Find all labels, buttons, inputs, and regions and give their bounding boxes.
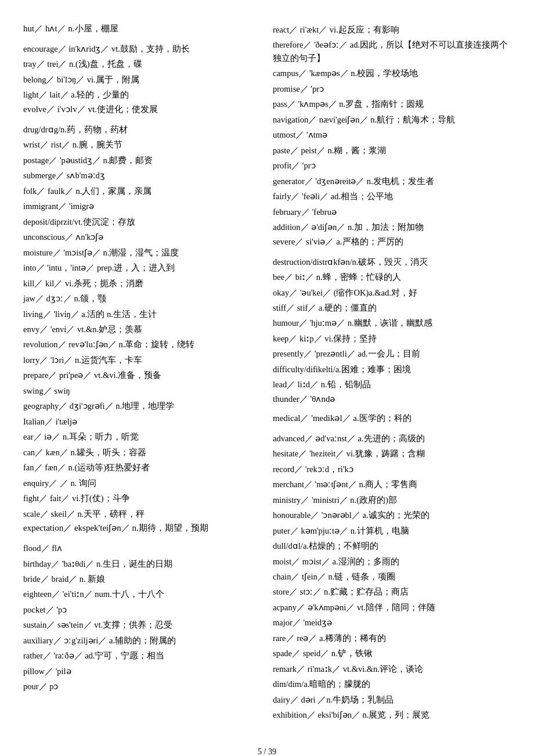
entry: puter／ kəm'pjuːtə／ n.计算机，电脑 [273, 524, 511, 537]
entry: can／ kæn／ n.罐头，听头；容器 [23, 446, 255, 459]
entry: humour／ 'hjuːmə／ n.幽默，诙谐，幽默感 [273, 316, 511, 329]
entry: okay／ 'əu'kei／ (缩作OK)a.&ad.对，好 [273, 286, 511, 299]
entry: pocket／ 'pɔ [23, 603, 255, 616]
entry: addition／ ə'diʃən／ n.加，加法；附加物 [273, 221, 511, 233]
entry: store／ stɔː／ n.贮藏；贮存品；商店 [273, 585, 511, 598]
entry: remark／ ri'maːk／ vt.&vi.&n.评论，谈论 [273, 663, 511, 675]
entry: presently／ 'prezəntli／ ad.一会儿；目前 [273, 347, 511, 360]
entry: pillow／ 'pilə [23, 665, 255, 678]
entry: bee／ biː／ n.蜂，密蜂；忙碌的人 [273, 271, 511, 283]
entry: unconscious／ ʌn'kɔʃə [23, 231, 255, 243]
page-container: hut／ hʌt／ n.小屋，棚屋encourage／ in'kʌridʒ／ v… [23, 23, 511, 724]
entry: birthday／ 'baːθdi／ n.生日，诞生的日期 [23, 557, 255, 570]
entry: auxiliary／ ɔːg'ziljəri／ a.辅助的；附属的 [23, 634, 255, 647]
entry: lead／ liːd／ n.铅，铅制品 [273, 378, 511, 391]
entry: dim/dim/a.暗暗的；朦胧的 [273, 678, 511, 690]
entry: folk／ faulk／ n.人们，家属，亲属 [23, 185, 255, 197]
entry: encourage／ in'kʌridʒ／ vt.鼓励，支持，助长 [23, 42, 255, 55]
entry: dairy／ dəri ／n.牛奶场；乳制品 [273, 693, 511, 706]
right-column: react／ ri'ækt／ vi.起反应；有影响therefore／ 'ðeə… [267, 23, 511, 724]
entry: jaw／ dʒɔː／ n.颌，颚 [23, 292, 255, 305]
entry: spade／ speid／ n.铲，铁锹 [273, 647, 511, 660]
entry: evolve／ i'vɔlv／ vt.使进化；使发展 [23, 104, 255, 115]
entry: sustain／ səs'tein／ vt.支撑；供养；忍受 [23, 618, 255, 631]
entry: promise／ 'prɔ [273, 82, 511, 95]
entry: navigation／ nævi'geiʃən／ n.航行；航海术；导航 [273, 113, 511, 126]
entry: moisture／ 'mɔistʃə／ n.潮湿，湿气；温度 [23, 246, 255, 259]
entry: ministry／ 'ministri／ n.(政府的)部 [273, 494, 511, 506]
entry: tray／ trei／ n.(浅)盘，托盘，碟 [23, 57, 255, 70]
entry: acpany／ ə'kʌmpəni／ vt.陪伴，陪同；伴随 [273, 601, 511, 614]
entry: submerge／ sʌb'məːdʒ [23, 169, 255, 182]
entry: geography／ dʒi'ɔgrəfi／ n.地理，地理学 [23, 399, 255, 412]
entry: postage／ 'pəustidʒ／ n.邮费，邮资 [23, 154, 255, 167]
entry: drug/drɑg/n.药，药物，药材 [23, 123, 255, 136]
entry: moist／ mɔist／ a.湿润的；多雨的 [273, 555, 511, 568]
entry: chain／ tʃein／ n.链，链条，项圈 [273, 570, 511, 583]
entry: into／ 'intu，'intə／ prep.进，入；进入到 [23, 261, 255, 274]
entry: living／ 'liviŋ／ a.活的 n.生活，生计 [23, 308, 255, 321]
entry: advanced／ əd'vaːnst／ a.先进的；高级的 [273, 432, 511, 445]
entry: Italian／ i'tæljə [23, 415, 255, 428]
page-footer: 5 / 39 [23, 747, 511, 756]
entry: hut／ hʌt／ n.小屋，棚屋 [23, 23, 255, 34]
entry: fight／ fait／ vi.打(仗)；斗争 [23, 492, 255, 505]
entry: generator／ 'dʒenəreitə／ n.发电机；发生者 [273, 175, 511, 188]
entry: fan／ fæn／ n.(运动等)狂热爱好者 [23, 461, 255, 474]
entry: lorry／ 'lɔri／ n.运货汽车，卡车 [23, 354, 255, 366]
entry: rather／ 'raːðə／ ad.宁可，宁愿；相当 [23, 649, 255, 662]
entry: pass／ 'kʌmpəs／ n.罗盘，指南针；圆规 [273, 98, 511, 110]
entry: utmost／ 'ʌtmə [273, 128, 511, 141]
entry: record／ 'rekɔːd，ri'kɔ [273, 463, 511, 476]
entry: ear／ iə／ n.耳朵；听力，听觉 [23, 430, 255, 443]
entry: exhibition／ eksi'biʃən／ n.展览，列；展览 [273, 708, 511, 721]
entry: prepare／ pri'peə／ vt.&vi.准备，预备 [23, 369, 255, 381]
entry: difficulty/difikelti/a.困难；难事；困境 [273, 363, 511, 376]
entry: hesitate／ 'heziteit／ vi.犹豫，踌躇；含糊 [273, 447, 511, 460]
entry: belong／ bi'lɔŋ／ vi.属于，附属 [23, 73, 255, 86]
entry: rare／ reə／ a.稀薄的；稀有的 [273, 632, 511, 645]
entry: thunder／ 'θʌndə [273, 394, 511, 405]
left-column: hut／ hʌt／ n.小屋，棚屋encourage／ in'kʌridʒ／ v… [23, 23, 267, 724]
entry: paste／ peist／ n.糊，酱；浆湖 [273, 144, 511, 157]
entry: light／ lait／ a.轻的，少量的 [23, 88, 255, 101]
entry: pour／ pɔ [23, 680, 255, 693]
entry: february／ 'februə [273, 206, 511, 218]
entry: wrist／ rist／ n.腕，腕关节 [23, 138, 255, 151]
entry: envy／ 'envi／ vt.&n.妒忌；羡慕 [23, 323, 255, 336]
entry: bride／ braid／ n. 新娘 [23, 573, 255, 585]
entry: eighteen／ 'ei'tiːn／ num.十八，十八个 [23, 588, 255, 600]
entry: react／ ri'ækt／ vi.起反应；有影响 [273, 23, 511, 36]
entry: flood／ flʌ [23, 542, 255, 555]
entry: deposit/diprzit/vt.使沉淀；存放 [23, 215, 255, 228]
entry: immigrant／ 'imigrə [23, 200, 255, 213]
entry: therefore／ 'ðeəfɔː／ ad.因此，所以【绝对不可以直接连接两个… [273, 38, 511, 64]
entry: fairly／ 'feəli／ ad.相当；公平地 [273, 190, 511, 203]
entry: destruction/distrɑkfən/n.破坏，毁灭，消灭 [273, 255, 511, 268]
entry: stiff／ stif／ a.硬的；僵直的 [273, 301, 511, 314]
entry: major／ 'meidʒə [273, 616, 511, 629]
entry: scale／ skeil／ n.天平，磅秤，秤 [23, 507, 255, 520]
entry: dull/dɑl/a.枯燥的；不鲜明的 [273, 539, 511, 552]
entry: severe／ si'viə／ a.严格的；严厉的 [273, 236, 511, 247]
entry: campus／ 'kæmpəs／ n.校园，学校场地 [273, 67, 511, 80]
entry: kill／ kil／ vi.杀死；扼杀；消磨 [23, 277, 255, 290]
entry: honourable／ 'ɔnərəbl／ a.诚实的；光荣的 [273, 509, 511, 521]
entry: merchant／ 'məːtʃənt／ n.商人；零售商 [273, 478, 511, 491]
entry: swing／ swiŋ [23, 384, 255, 397]
page-number: 5 / 39 [258, 747, 276, 756]
entry: keep／ kiːp／ vi.保持；坚持 [273, 332, 511, 345]
entry: revolution／ revə'luːʃən／ n.革命；旋转，绕转 [23, 338, 255, 351]
entry: expectation／ ekspek'teiʃən／ n.期待，期望，预期 [23, 523, 255, 534]
entry: medical／ 'medikəl／ a.医学的；科的 [273, 413, 511, 424]
entry: enquiry／ ／ n. 询问 [23, 477, 255, 489]
entry: profit／ 'prɔ [273, 159, 511, 172]
